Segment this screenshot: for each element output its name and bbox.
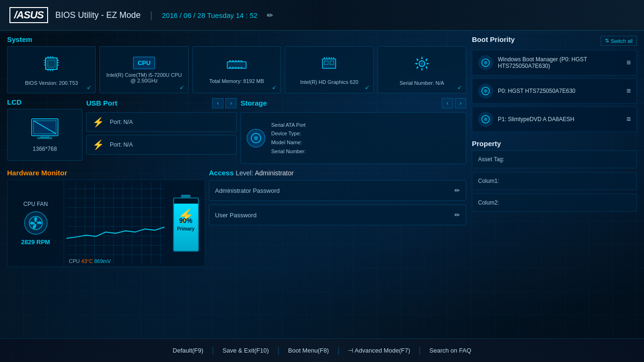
system-cards: BIOS Version: 200.T53 ↙ CPU Intel(R) Cor… <box>7 46 466 93</box>
memory-card[interactable]: Total Memory: 8192 MB ↙ <box>192 46 281 93</box>
lcd-card: 644*362 <box>7 109 83 161</box>
boot-menu-button[interactable]: Boot Menu(F8) <box>280 347 338 354</box>
storage-model-name: Model Name: <box>271 138 305 147</box>
svg-rect-15 <box>229 60 231 62</box>
boot-item-3-menu-icon[interactable]: ≡ <box>627 115 631 123</box>
svg-rect-24 <box>240 67 242 68</box>
serial-card-arrow: ↙ <box>457 84 462 90</box>
storage-nav: ‹ › <box>442 98 466 108</box>
advanced-mode-button[interactable]: ⊣ Advanced Mode(F7) <box>339 347 419 354</box>
bios-title: BIOS Utility - EZ Mode <box>55 10 140 20</box>
switch-all-label: Switch all <box>611 38 633 44</box>
fan-label: CPU FAN <box>23 201 48 207</box>
usb-next-button[interactable]: › <box>225 98 237 108</box>
access-section: Access Level: Administrator Administrato… <box>209 169 466 334</box>
storage-prev-button[interactable]: ‹ <box>442 98 453 108</box>
colum2-field: Colum2: <box>472 194 637 212</box>
access-level-prefix: Level: <box>236 169 255 177</box>
fan-icon <box>24 211 48 235</box>
svg-rect-23 <box>238 67 239 68</box>
boot-priority-title: Boot Priority <box>472 35 515 43</box>
storage-section: Storage ‹ › <box>240 98 466 164</box>
header: /ASUS BIOS Utility - EZ Mode | 2016 / 06… <box>0 0 644 31</box>
boot-priority-header: Boot Priority ⇅ Switch all <box>472 35 637 46</box>
main-content: System <box>0 31 644 338</box>
edit-datetime-icon[interactable]: ✏ <box>267 11 273 20</box>
switch-all-button[interactable]: ⇅ Switch all <box>601 36 637 46</box>
lcd-title: LCD <box>7 98 83 106</box>
storage-card: Serial ATA Port Device Type: Model Name:… <box>240 112 466 164</box>
bottom-row: Hardware Monitor CPU FAN <box>7 169 466 334</box>
hw-monitor-inner: CPU FAN <box>7 180 205 267</box>
cpu-mv: 869mV <box>94 258 111 264</box>
cpu-card[interactable]: CPU Intel(R) Core(TM) i5-7200U CPU @ 2.5… <box>99 46 188 93</box>
usb-port-2-label: Port: N/A <box>110 141 133 148</box>
save-exit-button[interactable]: Save & Exit(F10) <box>214 347 277 354</box>
usb-port-1: ⚡ Port: N/A <box>86 112 237 132</box>
memory-card-arrow: ↙ <box>272 84 277 90</box>
svg-rect-22 <box>235 67 237 68</box>
access-fields: Administrator Password ✏ User Password ✏ <box>209 180 466 225</box>
svg-point-51 <box>485 90 486 91</box>
gpu-card[interactable]: Intel(R) HD Graphics 620 ↙ <box>285 46 373 93</box>
property-title: Property <box>472 140 637 148</box>
battery-percent: 90% Primary <box>177 217 194 233</box>
usb-prev-button[interactable]: ‹ <box>212 98 223 108</box>
gpu-icon <box>320 55 339 76</box>
usb-section: USB Port ‹ › ⚡ Port: N/A ⚡ Po <box>86 98 237 164</box>
svg-point-43 <box>256 138 257 139</box>
boot-item-3-text: P1: SlimtypeDVD A DA8AESH <box>498 116 622 123</box>
user-password-edit-icon[interactable]: ✏ <box>454 211 460 219</box>
bios-card-arrow: ↙ <box>87 84 91 90</box>
battery-panel: ⚡ 90% Primary <box>167 180 205 266</box>
default-button[interactable]: Default(F9) <box>164 347 212 354</box>
boot-item-1[interactable]: Windows Boot Manager (P0: HGST HTS725050… <box>472 50 637 75</box>
gpu-card-arrow: ↙ <box>365 84 370 90</box>
bios-chip-icon <box>42 54 61 77</box>
storage-device-type: Device Type: <box>271 129 305 138</box>
user-password-field[interactable]: User Password ✏ <box>209 205 466 225</box>
access-title: Access <box>209 169 234 177</box>
svg-point-48 <box>485 62 486 63</box>
svg-rect-18 <box>238 60 239 62</box>
boot-item-3[interactable]: P1: SlimtypeDVD A DA8AESH ≡ <box>472 107 637 132</box>
svg-rect-39 <box>41 136 49 138</box>
boot-disk-icon-1 <box>478 55 493 70</box>
cpu-card-arrow: ↙ <box>180 84 184 90</box>
access-level-value: Administrator <box>255 169 293 177</box>
search-faq-button[interactable]: Search on FAQ <box>421 347 480 354</box>
cpu-text: Intel(R) Core(TM) i5-7200U CPU @ 2.50GHz <box>105 72 183 83</box>
cpu-stats: CPU 43°C 869mV <box>69 258 111 264</box>
switch-all-icon: ⇅ <box>605 38 609 44</box>
fan-rpm: 2829 RPM <box>21 239 50 246</box>
svg-point-45 <box>34 222 37 224</box>
left-panel: System <box>7 35 466 334</box>
admin-password-edit-icon[interactable]: ✏ <box>454 187 460 194</box>
storage-title: Storage <box>240 99 267 107</box>
bios-version-text: BIOS Version: 200.T53 <box>25 80 78 86</box>
cpu-icon: CPU <box>133 57 155 69</box>
admin-password-field[interactable]: Administrator Password ✏ <box>209 180 466 201</box>
cpu-temp: 43°C <box>81 258 93 264</box>
boot-item-1-menu-icon[interactable]: ≡ <box>627 58 631 67</box>
storage-next-button[interactable]: › <box>455 98 466 108</box>
hdd-icon <box>247 129 265 148</box>
boot-item-2-menu-icon[interactable]: ≡ <box>627 87 631 95</box>
admin-password-label: Administrator Password <box>215 187 280 194</box>
boot-item-2[interactable]: P0: HGST HTS725050A7E630 ≡ <box>472 78 637 104</box>
battery-body: ⚡ 90% Primary <box>173 197 199 252</box>
usb-nav: ‹ › <box>212 98 237 108</box>
hw-monitor-section: Hardware Monitor CPU FAN <box>7 169 205 334</box>
boot-priority-section: Boot Priority ⇅ Switch all <box>472 35 637 135</box>
svg-rect-21 <box>232 67 234 68</box>
boot-disk-icon-2 <box>478 83 493 99</box>
storage-serial: Serial Number: <box>271 147 305 156</box>
svg-rect-19 <box>240 60 242 62</box>
lcd-icon <box>31 118 59 144</box>
svg-rect-16 <box>232 60 234 62</box>
bios-card[interactable]: BIOS Version: 200.T53 ↙ <box>7 46 96 93</box>
svg-rect-17 <box>235 60 237 62</box>
right-panel: Boot Priority ⇅ Switch all <box>472 35 637 334</box>
boot-disk-icon-3 <box>478 112 493 127</box>
serial-card[interactable]: Serial Number: N/A ↙ <box>378 46 466 93</box>
